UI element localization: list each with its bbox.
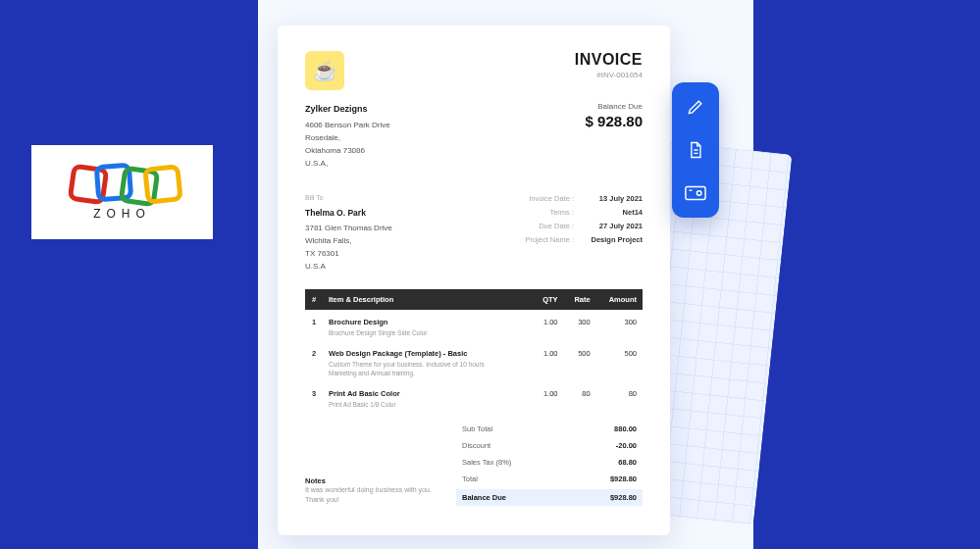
invoice-toolbar [672,82,719,218]
item-name: Brochure Design [329,318,526,326]
payment-button[interactable] [685,182,706,204]
zoho-logo-card: ZOHO [31,145,213,239]
notes-text: It was wonderful doing business with you… [305,485,433,506]
zoho-rings-icon [70,164,176,205]
bill-to-block: Bill To Thelma O. Park 3781 Glen Thomas … [305,192,392,274]
svg-rect-0 [686,187,705,200]
bill-to-name: Thelma O. Park [305,207,392,221]
bill-to-line: U.S.A [305,261,392,274]
bill-to-line: TX 76301 [305,248,392,261]
item-name: Web Design Package (Template) - Basic [329,349,526,358]
total-row-due: Balance Due$928.80 [456,489,643,506]
notes-heading: Notes [305,476,433,485]
from-line: U.S.A, [305,158,390,171]
item-desc: Print Ad Basic 1/8 Color [329,400,495,409]
bill-to-heading: Bill To [305,192,392,203]
meta-row: Due Date :27 July 2021 [507,220,643,233]
table-row: 3 Print Ad Basic ColorPrint Ad Basic 1/8… [305,381,643,413]
invoice-document: ☕ INVOICE #INV-001654 Zylker Dezigns 460… [278,25,670,535]
bill-to-line: Wichita Falls, [305,235,392,248]
bill-to-line: 3781 Glen Thomas Drive [305,223,392,235]
table-row: 2 Web Design Package (Template) - BasicC… [305,341,643,381]
from-company: Zylker Dezigns [305,102,390,116]
invoice-number: #INV-001654 [575,71,643,79]
from-address: Zylker Dezigns 4606 Benson Park Drive Ro… [305,102,390,171]
item-desc: Custom Theme for your business. Inclusiv… [329,360,495,377]
zoho-wordmark: ZOHO [70,207,176,221]
item-name: Print Ad Basic Color [329,389,526,398]
col-amount: Amount [596,289,643,310]
from-line: 4606 Benson Park Drive [305,120,390,132]
from-line: Oklahoma 73086 [305,145,390,158]
notes-block: Notes It was wonderful doing business wi… [305,476,433,506]
col-index: # [305,289,323,310]
item-desc: Brochure Design Single Side Color [329,328,495,337]
company-logo-icon: ☕ [305,51,344,90]
meta-row: Project Name :Design Project [507,233,643,247]
from-line: Rosedale, [305,132,390,145]
balance-due-label: Balance Due [586,102,643,111]
total-row: Sub Total880.00 [456,421,643,437]
totals-block: Sub Total880.00 Discount-20.00 Sales Tax… [456,421,643,506]
line-items-table: # Item & Description QTY Rate Amount 1 B… [305,289,643,413]
total-row: Discount-20.00 [456,437,643,454]
meta-row: Terms :Net14 [507,206,643,220]
balance-due-amount: $ 928.80 [586,113,643,129]
payment-icon [685,185,706,201]
meta-row: Invoice Date :13 July 2021 [507,192,643,206]
total-row: Total$928.80 [456,471,643,487]
document-button[interactable] [685,139,706,161]
document-icon [686,140,705,160]
total-row: Sales Tax (8%)68.80 [456,454,643,471]
edit-button[interactable] [685,96,706,118]
invoice-meta: Invoice Date :13 July 2021 Terms :Net14 … [507,192,643,274]
col-qty: QTY [532,289,563,310]
pencil-icon [686,97,705,117]
col-desc: Item & Description [323,289,532,310]
table-row: 1 Brochure DesignBrochure Design Single … [305,310,643,341]
col-rate: Rate [564,289,596,310]
invoice-title: INVOICE [575,51,643,69]
svg-point-1 [696,191,701,196]
